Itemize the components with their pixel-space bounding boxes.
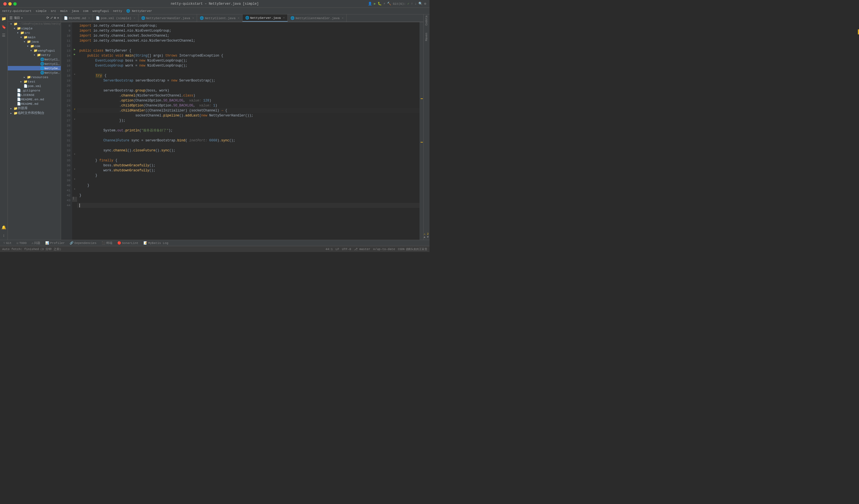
warning-gutter-25[interactable]: ⚡ — [72, 107, 77, 112]
tab-close-nsh[interactable]: ✕ — [192, 16, 194, 20]
tab-close-readme[interactable]: ✕ — [88, 16, 90, 20]
close-button[interactable] — [3, 2, 7, 5]
tree-item-test[interactable]: ▸ 📁 test — [8, 79, 61, 84]
code-line-29: System.out.println("服务器准备好了"); — [77, 128, 420, 133]
line-ending-status[interactable]: LF — [335, 248, 339, 251]
tab-nettyclienthandler[interactable]: 🌐 NettyClientHandler.java ✕ — [288, 14, 347, 21]
tab-nettyserverhandler[interactable]: 🌐 NettyServerHandler.java ✕ — [138, 14, 197, 21]
tab-close-nc[interactable]: ✕ — [238, 16, 239, 20]
maximize-button[interactable] — [13, 2, 17, 5]
git-arrow-down-icon[interactable]: ↓ — [415, 2, 417, 6]
run-gutter-14[interactable]: ▶ — [72, 52, 77, 57]
tree-item-com[interactable]: ▾ 📁 com — [8, 44, 61, 48]
fold-gutter-35[interactable]: ▾ — [72, 152, 77, 157]
tree-item-nettyserverhandler[interactable]: 🌐 NettyServerHandler — [8, 70, 61, 75]
build-icon[interactable]: 🔨 — [387, 2, 391, 6]
git-check-icon[interactable]: ✓ — [407, 2, 409, 6]
tree-item-nettyclient[interactable]: 🌐 NettyClient — [8, 57, 61, 62]
code-content[interactable]: import io.netty.channel.EventLoopGroup; … — [77, 22, 420, 240]
tab-pom[interactable]: 📄 pom.xml (simple) ✕ — [93, 14, 138, 21]
tab-close-nch[interactable]: ✕ — [342, 16, 344, 20]
tab-close-pom[interactable]: ✕ — [134, 16, 135, 20]
bottom-tab-mybatislog[interactable]: 📝 MyBatis Log — [141, 240, 171, 246]
git-arrow-up-icon[interactable]: ↑ — [411, 2, 413, 6]
breadcrumb-item-project[interactable]: netty-quickstart — [2, 10, 32, 13]
fold-gutter-18[interactable]: ▾ — [72, 72, 77, 77]
tree-item-pom[interactable]: 📄 pom.xml — [8, 84, 61, 88]
position-status[interactable]: 44:1 — [326, 248, 333, 251]
tree-close-icon[interactable]: ✕ — [57, 16, 59, 20]
tab-close-ns[interactable]: ✕ — [283, 16, 285, 19]
breadcrumb-item-wangfugui[interactable]: wangfugui — [92, 10, 109, 13]
run-icon[interactable]: ▶ — [374, 2, 376, 6]
fold-gutter-38[interactable]: ▾ — [72, 167, 77, 172]
branch-status[interactable]: ⎇ master — [354, 247, 371, 251]
tree-item-wangfugui[interactable]: ▾ 📁 wangfugui — [8, 48, 61, 53]
sidebar-menu-icon[interactable]: ☰ — [10, 16, 13, 20]
bottom-tab-git[interactable]: ⑂ Git — [1, 240, 14, 246]
encoding-status[interactable]: UTF-8 — [342, 248, 351, 251]
breadcrumb: netty-quickstart › simple › src › main ›… — [0, 8, 430, 14]
bookmark-icon[interactable]: 🔖 — [1, 24, 7, 30]
tree-item-root[interactable]: ▾ 📁 netty-quickstart ~/IdeaProjects/demo… — [8, 21, 61, 26]
bottom-tab-profiler[interactable]: 📊 Profiler — [43, 240, 67, 246]
warning-nav-down[interactable]: ▼ — [427, 236, 429, 239]
tree-settings-icon[interactable]: ⚙ — [54, 16, 56, 20]
tree-item-main[interactable]: ▾ 📁 main — [8, 35, 61, 40]
bottom-tab-todo[interactable]: ☑ TODO — [14, 240, 29, 246]
breadcrumb-item-com[interactable]: com — [83, 10, 89, 13]
tree-item-src[interactable]: ▾ 📁 src — [8, 31, 61, 35]
structure-icon[interactable]: ☰ — [1, 32, 7, 38]
tree-item-simple[interactable]: ▾ 📁 simple — [8, 26, 61, 31]
maven-icon[interactable]: Maven — [425, 33, 428, 41]
tree-item-netty[interactable]: ▾ 📁 netty — [8, 53, 61, 57]
bottom-tab-sonarlint[interactable]: 🔴 SonarLint — [115, 240, 141, 246]
csdn-link[interactable]: CSDN @拥头发的王富贵 — [398, 247, 427, 251]
tree-item-gitignore[interactable]: 📄 .gitignore — [8, 88, 61, 93]
right-scrollbar[interactable] — [420, 22, 423, 240]
fold-gutter-42[interactable]: ▾ — [72, 187, 77, 192]
profile-icon[interactable]: ⚡ — [383, 2, 386, 6]
fold-gutter-40[interactable]: ▾ — [72, 177, 77, 182]
tab-readme[interactable]: 📄 README.md ✕ — [61, 14, 93, 21]
breadcrumb-item-java[interactable]: java — [72, 10, 79, 13]
tab-nettyserver[interactable]: 🌐 NettyServer.java ✕ — [242, 14, 288, 21]
sync-icon[interactable]: ⟳ — [46, 16, 49, 20]
code-editor[interactable]: 8 9 10 11 12 13 14 15 16 17 18 19 20 21 … — [61, 22, 423, 240]
bottom-tab-terminal[interactable]: ⬛ 终端 — [99, 240, 115, 246]
breadcrumb-item-main[interactable]: main — [60, 10, 67, 13]
codota-icon[interactable]: Codota — [425, 16, 428, 26]
sidebar-dropdown-icon[interactable]: ▾ — [21, 16, 23, 20]
dependencies-label: Dependencies — [74, 241, 96, 245]
project-tree-icon[interactable]: 📁 — [1, 16, 7, 21]
tab-nettyclient[interactable]: 🌐 NettyClient.java ✕ — [197, 14, 242, 21]
tree-item-resources[interactable]: ▸ 📁 resources — [8, 75, 61, 79]
tree-item-external[interactable]: ▸ 📁 外部库 — [8, 106, 61, 111]
tree-item-java[interactable]: ▾ 📁 java — [8, 40, 61, 44]
run-gutter-13[interactable]: ▶ — [72, 47, 77, 52]
bottom-tab-dependencies[interactable]: 🔗 Dependencies — [67, 240, 99, 246]
vcs-icon[interactable]: 👤 — [368, 2, 372, 6]
collapse-icon[interactable]: ⤢ — [50, 16, 53, 20]
breadcrumb-item-module[interactable]: simple — [35, 10, 47, 13]
vcs-sidebar-icon[interactable]: ↕ — [1, 233, 7, 239]
notification-icon[interactable]: 🔔 — [1, 224, 7, 231]
tree-item-nettyserver[interactable]: 🌐 NettyServer — [8, 66, 61, 70]
tree-item-nettyclienthandler[interactable]: 🌐 NettyClientHandler — [8, 62, 61, 66]
tree-item-readme[interactable]: 📄 README.md — [8, 101, 61, 106]
search-icon[interactable]: 🔍 — [418, 2, 423, 6]
tree-item-license[interactable]: 📄 LICENSE — [8, 93, 61, 97]
settings-icon[interactable]: ⚙ — [424, 2, 426, 6]
breadcrumb-item-src[interactable]: src — [50, 10, 56, 13]
tree-label-wangfugui: wangfugui — [38, 49, 55, 52]
code-line-39 — [77, 178, 420, 183]
tree-item-readme-en[interactable]: 📄 README.en.md — [8, 97, 61, 101]
bottom-tab-problems[interactable]: ⚠ 问题 — [29, 240, 43, 246]
fold-gutter-27[interactable]: ▾ — [72, 117, 77, 122]
minimize-button[interactable] — [8, 2, 12, 5]
debug-icon[interactable]: 🐛 — [378, 2, 382, 6]
tree-item-scratch[interactable]: ▸ 📁 临时文件和控制台 — [8, 111, 61, 115]
warning-nav-up[interactable]: ▲ — [424, 236, 425, 239]
breadcrumb-item-netty[interactable]: netty — [113, 10, 122, 13]
breadcrumb-item-file[interactable]: 🌐 NettyServer — [126, 9, 152, 13]
